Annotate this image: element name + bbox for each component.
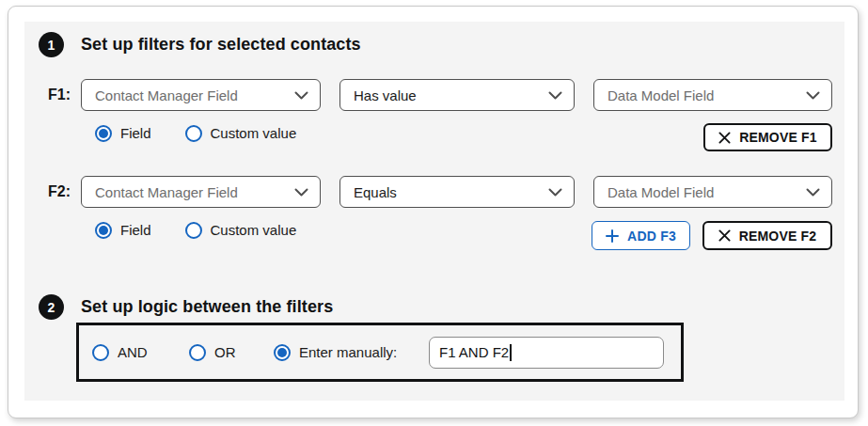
manual-logic-input[interactable]: F1 AND F2	[429, 337, 664, 369]
chevron-down-icon	[294, 91, 308, 100]
logic-selector-box: AND OR Enter manually: F1 AND F2	[76, 323, 684, 382]
filter-2-value-value: Data Model Field	[608, 184, 714, 200]
filter-1-custom-radio-label: Custom value	[211, 125, 297, 141]
remove-f2-label: REMOVE F2	[739, 229, 817, 244]
radio-unselected-icon	[189, 344, 206, 361]
close-icon	[718, 132, 731, 144]
section-1-title: Set up filters for selected contacts	[81, 32, 361, 57]
logic-manual-radio[interactable]: Enter manually:	[274, 344, 397, 361]
filter-1-value-dropdown[interactable]: Data Model Field	[593, 79, 832, 111]
logic-and-label: AND	[118, 344, 148, 360]
logic-or-radio[interactable]: OR	[189, 344, 236, 361]
filter-1-field-value: Contact Manager Field	[95, 87, 238, 103]
text-caret	[510, 344, 512, 361]
filter-2-label: F2:	[48, 176, 78, 207]
filter-1-field-radio-label: Field	[120, 125, 151, 141]
content-panel: 1 Set up filters for selected contacts F…	[24, 22, 844, 401]
filter-2-field-value: Contact Manager Field	[95, 184, 238, 200]
filter-2-field-radio-label: Field	[120, 222, 151, 238]
step-1-badge: 1	[39, 32, 64, 57]
remove-f2-button[interactable]: REMOVE F2	[702, 221, 832, 250]
logic-or-label: OR	[214, 344, 236, 360]
filter-1-value-value: Data Model Field	[608, 87, 714, 103]
chevron-down-icon	[806, 188, 820, 197]
radio-selected-icon	[95, 125, 112, 142]
radio-selected-icon	[274, 344, 291, 361]
close-icon	[718, 229, 731, 242]
filter-1-field-dropdown[interactable]: Contact Manager Field	[81, 79, 321, 111]
logic-and-radio[interactable]: AND	[92, 344, 148, 361]
filter-1-field-radio[interactable]: Field	[95, 125, 151, 142]
add-f3-label: ADD F3	[627, 229, 676, 244]
filter-1-operator-value: Has value	[354, 87, 417, 103]
chevron-down-icon	[548, 188, 562, 197]
chevron-down-icon	[806, 91, 820, 100]
manual-logic-value: F1 AND F2	[439, 344, 509, 360]
remove-f1-label: REMOVE F1	[739, 130, 817, 145]
filter-2-operator-value: Equals	[354, 184, 397, 200]
chevron-down-icon	[294, 188, 308, 197]
radio-unselected-icon	[185, 125, 202, 142]
filter-2-value-dropdown[interactable]: Data Model Field	[593, 176, 832, 208]
filter-2-field-dropdown[interactable]: Contact Manager Field	[81, 176, 321, 208]
filter-2-custom-radio-label: Custom value	[211, 222, 297, 238]
filter-1-custom-radio[interactable]: Custom value	[185, 125, 297, 142]
plus-icon	[606, 229, 619, 243]
filter-1-label: F1:	[48, 79, 78, 110]
filter-2-custom-radio[interactable]: Custom value	[185, 222, 297, 239]
radio-selected-icon	[95, 222, 112, 239]
radio-unselected-icon	[185, 222, 202, 239]
radio-unselected-icon	[92, 344, 109, 361]
remove-f1-button[interactable]: REMOVE F1	[703, 123, 832, 151]
filter-setup-card: 1 Set up filters for selected contacts F…	[8, 6, 859, 418]
filter-2-operator-dropdown[interactable]: Equals	[339, 176, 575, 208]
logic-manual-label: Enter manually:	[299, 344, 397, 360]
chevron-down-icon	[548, 91, 562, 100]
step-2-badge: 2	[39, 294, 64, 320]
section-2-title: Set up logic between the filters	[81, 294, 333, 320]
filter-1-operator-dropdown[interactable]: Has value	[339, 79, 575, 111]
filter-2-field-radio[interactable]: Field	[95, 222, 151, 239]
add-f3-button[interactable]: ADD F3	[592, 221, 690, 250]
